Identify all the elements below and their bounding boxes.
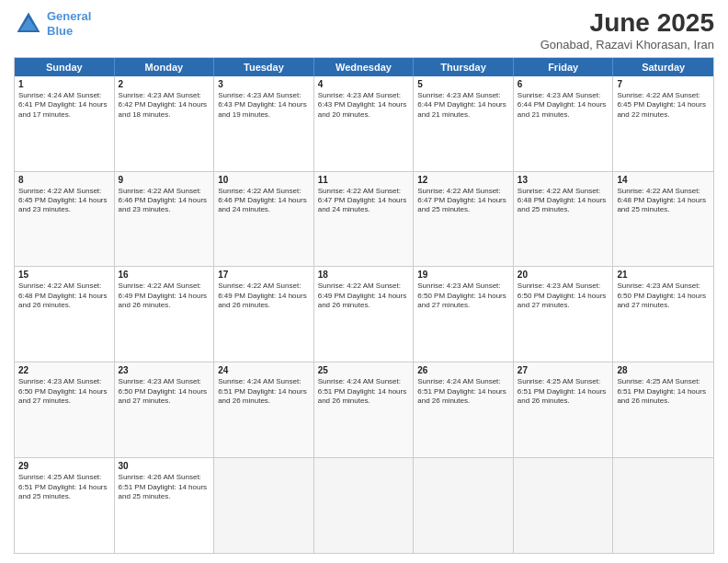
calendar-cell: 18Sunrise: 4:22 AM Sunset: 6:49 PM Dayli… <box>314 267 415 362</box>
day-number: 6 <box>518 79 609 89</box>
cell-content: Sunrise: 4:22 AM Sunset: 6:49 PM Dayligh… <box>119 282 210 310</box>
weekday-header: Tuesday <box>214 58 314 76</box>
day-number: 24 <box>218 365 310 375</box>
cell-content: Sunrise: 4:23 AM Sunset: 6:50 PM Dayligh… <box>617 282 710 310</box>
calendar-cell: 1Sunrise: 4:24 AM Sunset: 6:41 PM Daylig… <box>15 76 115 171</box>
calendar-cell: 17Sunrise: 4:22 AM Sunset: 6:49 PM Dayli… <box>214 267 314 362</box>
calendar-cell <box>514 458 614 553</box>
logo-line1: General <box>47 9 91 23</box>
calendar-cell: 24Sunrise: 4:24 AM Sunset: 6:51 PM Dayli… <box>214 362 314 457</box>
calendar-cell <box>613 458 713 553</box>
calendar-cell: 8Sunrise: 4:22 AM Sunset: 6:45 PM Daylig… <box>15 172 115 267</box>
header: General Blue June 2025 Gonabad, Razavi K… <box>14 9 714 52</box>
calendar-cell: 7Sunrise: 4:22 AM Sunset: 6:45 PM Daylig… <box>613 76 713 171</box>
logo-line2: Blue <box>47 24 73 38</box>
cell-content: Sunrise: 4:22 AM Sunset: 6:48 PM Dayligh… <box>518 187 609 215</box>
day-number: 21 <box>617 270 710 280</box>
cell-content: Sunrise: 4:24 AM Sunset: 6:51 PM Dayligh… <box>218 377 310 406</box>
day-number: 2 <box>119 79 210 89</box>
day-number: 4 <box>318 79 410 89</box>
calendar-cell: 16Sunrise: 4:22 AM Sunset: 6:49 PM Dayli… <box>115 267 215 362</box>
cell-content: Sunrise: 4:22 AM Sunset: 6:49 PM Dayligh… <box>218 282 310 310</box>
day-number: 25 <box>318 365 410 375</box>
calendar-cell: 30Sunrise: 4:26 AM Sunset: 6:51 PM Dayli… <box>115 458 215 553</box>
day-number: 7 <box>617 79 710 89</box>
calendar-cell: 27Sunrise: 4:25 AM Sunset: 6:51 PM Dayli… <box>514 362 614 457</box>
calendar-cell: 5Sunrise: 4:23 AM Sunset: 6:44 PM Daylig… <box>414 76 514 171</box>
calendar-cell: 14Sunrise: 4:22 AM Sunset: 6:48 PM Dayli… <box>613 172 713 267</box>
cell-content: Sunrise: 4:22 AM Sunset: 6:47 PM Dayligh… <box>318 187 410 215</box>
cell-content: Sunrise: 4:23 AM Sunset: 6:43 PM Dayligh… <box>218 91 310 120</box>
weekday-header: Wednesday <box>314 58 415 76</box>
calendar-week: 29Sunrise: 4:25 AM Sunset: 6:51 PM Dayli… <box>15 457 713 553</box>
calendar-week: 22Sunrise: 4:23 AM Sunset: 6:50 PM Dayli… <box>15 362 713 457</box>
day-number: 17 <box>218 270 310 280</box>
calendar-cell: 12Sunrise: 4:22 AM Sunset: 6:47 PM Dayli… <box>414 172 514 267</box>
day-number: 12 <box>417 175 509 185</box>
day-number: 3 <box>218 79 310 89</box>
day-number: 22 <box>18 365 110 375</box>
cell-content: Sunrise: 4:26 AM Sunset: 6:51 PM Dayligh… <box>119 473 210 501</box>
day-number: 27 <box>518 365 609 375</box>
weekday-header: Friday <box>514 58 614 76</box>
page: General Blue June 2025 Gonabad, Razavi K… <box>0 0 728 563</box>
cell-content: Sunrise: 4:25 AM Sunset: 6:51 PM Dayligh… <box>617 377 710 406</box>
calendar-cell <box>214 458 314 553</box>
month-title: June 2025 <box>540 9 714 38</box>
cell-content: Sunrise: 4:23 AM Sunset: 6:42 PM Dayligh… <box>119 91 210 120</box>
day-number: 13 <box>518 175 609 185</box>
cell-content: Sunrise: 4:23 AM Sunset: 6:50 PM Dayligh… <box>417 282 509 310</box>
calendar-header: SundayMondayTuesdayWednesdayThursdayFrid… <box>15 58 713 76</box>
cell-content: Sunrise: 4:23 AM Sunset: 6:43 PM Dayligh… <box>318 91 410 120</box>
calendar-week: 1Sunrise: 4:24 AM Sunset: 6:41 PM Daylig… <box>15 76 713 171</box>
day-number: 15 <box>18 270 110 280</box>
cell-content: Sunrise: 4:25 AM Sunset: 6:51 PM Dayligh… <box>518 377 609 406</box>
cell-content: Sunrise: 4:22 AM Sunset: 6:49 PM Dayligh… <box>318 282 410 310</box>
calendar-cell: 13Sunrise: 4:22 AM Sunset: 6:48 PM Dayli… <box>514 172 614 267</box>
calendar-cell: 25Sunrise: 4:24 AM Sunset: 6:51 PM Dayli… <box>314 362 415 457</box>
day-number: 14 <box>617 175 710 185</box>
cell-content: Sunrise: 4:22 AM Sunset: 6:48 PM Dayligh… <box>18 282 110 310</box>
day-number: 11 <box>318 175 410 185</box>
cell-content: Sunrise: 4:22 AM Sunset: 6:47 PM Dayligh… <box>417 187 509 215</box>
calendar-cell: 9Sunrise: 4:22 AM Sunset: 6:46 PM Daylig… <box>115 172 215 267</box>
calendar-cell: 28Sunrise: 4:25 AM Sunset: 6:51 PM Dayli… <box>613 362 713 457</box>
calendar-body: 1Sunrise: 4:24 AM Sunset: 6:41 PM Daylig… <box>15 76 713 553</box>
day-number: 23 <box>119 365 210 375</box>
calendar-cell: 21Sunrise: 4:23 AM Sunset: 6:50 PM Dayli… <box>613 267 713 362</box>
day-number: 30 <box>119 461 210 471</box>
calendar-week: 8Sunrise: 4:22 AM Sunset: 6:45 PM Daylig… <box>15 171 713 267</box>
cell-content: Sunrise: 4:23 AM Sunset: 6:50 PM Dayligh… <box>518 282 609 310</box>
cell-content: Sunrise: 4:24 AM Sunset: 6:41 PM Dayligh… <box>18 91 110 120</box>
day-number: 28 <box>617 365 710 375</box>
calendar-cell: 23Sunrise: 4:23 AM Sunset: 6:50 PM Dayli… <box>115 362 215 457</box>
calendar-cell <box>414 458 514 553</box>
title-block: June 2025 Gonabad, Razavi Khorasan, Iran <box>540 9 714 52</box>
cell-content: Sunrise: 4:22 AM Sunset: 6:45 PM Dayligh… <box>18 187 110 215</box>
cell-content: Sunrise: 4:23 AM Sunset: 6:50 PM Dayligh… <box>18 377 110 406</box>
day-number: 5 <box>417 79 509 89</box>
cell-content: Sunrise: 4:23 AM Sunset: 6:50 PM Dayligh… <box>119 377 210 406</box>
logo-text: General Blue <box>47 9 91 38</box>
day-number: 18 <box>318 270 410 280</box>
calendar-cell: 11Sunrise: 4:22 AM Sunset: 6:47 PM Dayli… <box>314 172 415 267</box>
day-number: 26 <box>417 365 509 375</box>
day-number: 29 <box>18 461 110 471</box>
calendar-cell: 2Sunrise: 4:23 AM Sunset: 6:42 PM Daylig… <box>115 76 215 171</box>
weekday-header: Monday <box>115 58 215 76</box>
calendar-cell: 20Sunrise: 4:23 AM Sunset: 6:50 PM Dayli… <box>514 267 614 362</box>
day-number: 10 <box>218 175 310 185</box>
location-title: Gonabad, Razavi Khorasan, Iran <box>540 38 714 52</box>
day-number: 16 <box>119 270 210 280</box>
calendar-cell: 29Sunrise: 4:25 AM Sunset: 6:51 PM Dayli… <box>15 458 115 553</box>
day-number: 8 <box>18 175 110 185</box>
calendar-cell: 22Sunrise: 4:23 AM Sunset: 6:50 PM Dayli… <box>15 362 115 457</box>
calendar-cell <box>314 458 415 553</box>
calendar-week: 15Sunrise: 4:22 AM Sunset: 6:48 PM Dayli… <box>15 266 713 362</box>
day-number: 19 <box>417 270 509 280</box>
cell-content: Sunrise: 4:22 AM Sunset: 6:45 PM Dayligh… <box>617 91 710 120</box>
calendar-cell: 3Sunrise: 4:23 AM Sunset: 6:43 PM Daylig… <box>214 76 314 171</box>
logo: General Blue <box>14 9 91 39</box>
calendar-cell: 6Sunrise: 4:23 AM Sunset: 6:44 PM Daylig… <box>514 76 614 171</box>
logo-icon <box>14 9 43 39</box>
